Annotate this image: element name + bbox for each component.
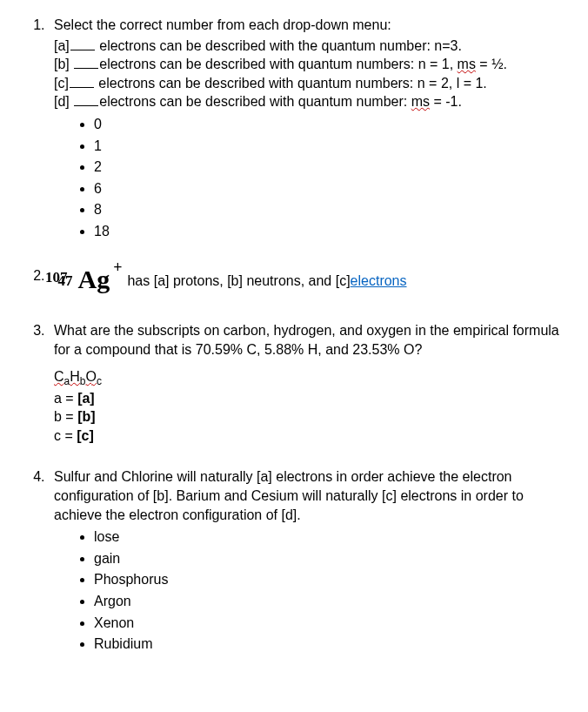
question-list: Select the correct number from each drop… [26,16,562,654]
ion-charge: + [113,257,122,278]
q3-empirical: CaHbOc a = [a] b = [b] c = [c] [54,367,562,445]
q1-prompt: Select the correct number from each drop… [54,17,391,32]
question-2: 107 47 Ag+ has [a] protons, [b] neutrons… [49,264,562,299]
q1-option[interactable]: 8 [94,200,562,219]
q1-a-text: electrons can be described with the quan… [96,38,462,53]
q1-b-ms: ms [458,57,476,71]
q1-b-text2: = ½. [476,57,507,71]
q1-d-text2: = -1. [430,94,462,109]
q4-option-label: lose [94,529,119,544]
q1-item-d: [d] electrons can be described with quan… [54,92,562,111]
q1-option[interactable]: 2 [94,158,562,177]
q1-c-blank[interactable] [70,74,94,87]
q1-option-label: 0 [94,117,102,131]
formula-O: O [86,369,97,384]
q1-item-a: [a] electrons can be described with the … [54,37,562,56]
q1-a-label: [a] [54,38,70,53]
q1-c-text: electrons can be described with quantum … [95,76,487,91]
q4-option[interactable]: Phosphorus [94,570,562,589]
q4-option[interactable]: lose [94,527,562,547]
q4-option[interactable]: Xenon [94,614,562,633]
q1-a-blank[interactable] [70,37,95,50]
q2-text: has [a] protons, [b] neutrons, and [c] [127,272,350,291]
q4-option[interactable]: gain [94,549,562,568]
q3-a-right: [a] [77,391,95,406]
formula-H: H [70,369,80,384]
q4-option-label: gain [94,551,120,566]
q3-formula: CaHbOc [54,367,562,388]
q1-option-label: 1 [94,138,102,153]
question-4: Sulfur and Chlorine will naturally [a] e… [49,467,562,653]
q4-option-label: Phosphorus [94,572,168,587]
q3-b-left: b = [54,409,77,424]
formula-sub-c: c [97,375,102,387]
q1-b-label: [b] [54,57,73,71]
formula-sub-b: b [80,375,86,387]
q1-c-label: [c] [54,76,69,91]
q1-d-text1: electrons can be described with quantum … [99,94,411,109]
q1-option-label: 18 [94,224,110,238]
q4-options: lose gain Phosphorus Argon Xenon Rubidiu… [54,527,562,654]
q3-line-b: b = [b] [54,407,562,427]
q1-option[interactable]: 1 [94,137,562,156]
q4-prompt: Sulfur and Chlorine will naturally [a] e… [54,469,524,521]
q4-option-label: Argon [94,594,131,608]
formula-C: C [54,369,64,384]
q3-c-left: c = [54,428,77,443]
q1-option-label: 8 [94,202,102,217]
q2-electrons-link[interactable]: electrons [351,272,407,291]
question-1: Select the correct number from each drop… [49,16,562,241]
q3-b-right: [b] [77,409,95,424]
q1-option-label: 6 [94,181,102,196]
atomic-number: 47 [58,276,73,286]
q3-prompt: What are the subscripts on carbon, hydro… [54,323,559,357]
q1-d-ms: ms [411,94,430,109]
q4-option[interactable]: Rubidium [94,635,562,654]
q1-option[interactable]: 0 [94,115,562,134]
q1-item-c: [c] electrons can be described with quan… [54,74,562,93]
q1-b-blank[interactable] [74,56,98,69]
q4-option[interactable]: Argon [94,592,562,611]
q1-option[interactable]: 6 [94,179,562,198]
q4-option-label: Rubidium [94,636,153,651]
q1-d-label: [d] [54,94,73,109]
element-symbol: Ag [78,262,110,298]
q3-a-left: a = [54,391,77,406]
q3-c-right: [c] [77,428,94,443]
q3-line-a: a = [a] [54,389,562,408]
question-3: What are the subscripts on carbon, hydro… [49,321,562,445]
q3-line-c: c = [c] [54,427,562,446]
q1-options: 0 1 2 6 8 18 [54,115,562,241]
q1-item-b: [b] electrons can be described with quan… [54,55,562,74]
q1-option[interactable]: 18 [94,222,562,241]
q1-subitems: [a] electrons can be described with the … [54,37,562,111]
q1-option-label: 2 [94,159,102,174]
q2-row: 107 47 Ag+ has [a] protons, [b] neutrons… [54,264,562,299]
q1-d-blank[interactable] [74,93,98,106]
isotope-numbers: 107 47 [54,269,77,290]
q4-option-label: Xenon [94,615,134,630]
q1-b-text1: electrons can be described with quantum … [99,57,457,71]
